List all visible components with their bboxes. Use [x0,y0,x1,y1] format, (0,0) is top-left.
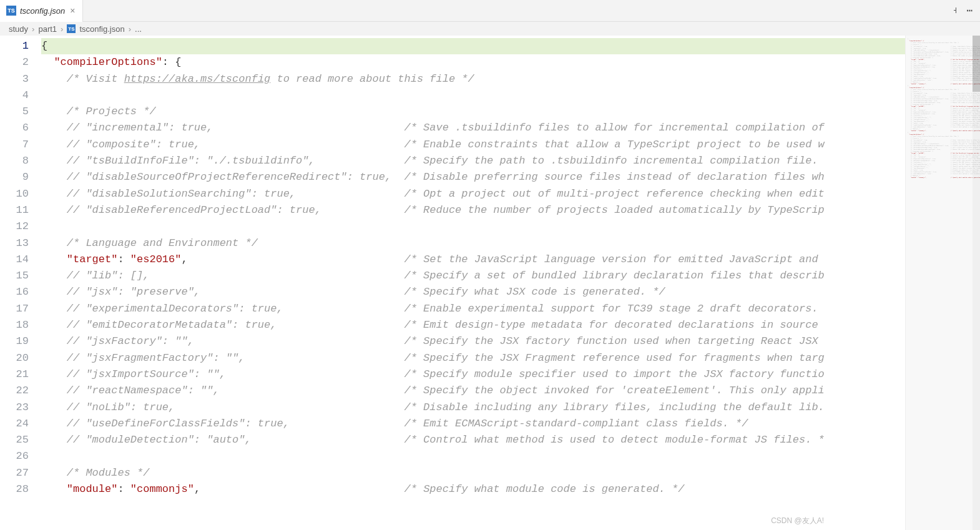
editor-wrap: 1234567891011121314151617181920212223242… [0,36,980,530]
split-editor-icon[interactable]: ⫞ [953,4,958,17]
minimap-content: { "compilerOptions": { /* Visit https://… [906,36,980,181]
typescript-icon: TS [6,6,16,16]
close-icon[interactable]: × [69,6,76,16]
typescript-icon: TS [67,24,76,33]
tab-tsconfig[interactable]: TS tsconfig.json × [0,0,83,22]
breadcrumb[interactable]: study › part1 › TS tsconfig.json › ... [0,22,980,36]
chevron-right-icon: › [61,24,63,34]
scrollbar-track[interactable] [973,36,980,530]
title-actions: ⫞ ⋯ [953,4,980,17]
chevron-right-icon: › [129,24,131,34]
tab-label: tsconfig.json [20,6,65,16]
line-gutter: 1234567891011121314151617181920212223242… [0,36,41,530]
breadcrumb-item[interactable]: tsconfig.json [79,24,124,34]
breadcrumb-item[interactable]: part1 [38,24,57,34]
breadcrumb-item[interactable]: ... [135,24,142,34]
minimap[interactable]: { "compilerOptions": { /* Visit https://… [905,36,980,530]
scrollbar-thumb[interactable] [973,36,980,92]
code-editor[interactable]: 1234567891011121314151617181920212223242… [0,36,905,530]
breadcrumb-item[interactable]: study [9,24,28,34]
more-actions-icon[interactable]: ⋯ [966,4,973,17]
tab-bar: TS tsconfig.json × ⫞ ⋯ [0,0,980,22]
watermark: CSDN @友人A! [771,516,824,526]
chevron-right-icon: › [32,24,34,34]
code-content[interactable]: { "compilerOptions": { /* Visit https://… [41,36,905,530]
